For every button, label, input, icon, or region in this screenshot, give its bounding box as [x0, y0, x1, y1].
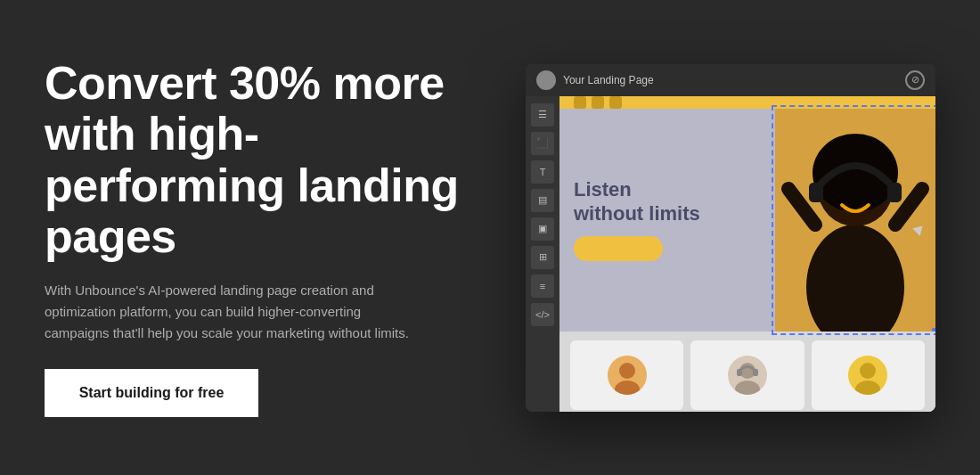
person-svg [775, 109, 935, 332]
testimonial-card-3 [812, 340, 925, 410]
svg-rect-15 [753, 369, 758, 376]
canvas-hero-section: Listen without limits [559, 109, 935, 332]
person-silhouette [775, 109, 935, 332]
testimonial-avatar-3 [848, 356, 887, 395]
svg-point-17 [860, 363, 876, 379]
testimonial-avatar-2 [728, 356, 767, 395]
canvas-topbar [559, 96, 935, 109]
builder-mockup: Your Landing Page ⊘ ☰ ⬛ T ▤ ▣ ⊞ ≡ </> [526, 64, 935, 412]
canvas-hero-text: Listen without limits [559, 109, 775, 332]
canvas-hero-image[interactable] [775, 109, 935, 332]
testimonial-avatar-1 [608, 356, 647, 395]
builder-body: ☰ ⬛ T ▤ ▣ ⊞ ≡ </> [526, 96, 935, 412]
canvas-cta-button[interactable] [574, 236, 663, 261]
canvas-headline-line2: without limits [574, 202, 700, 225]
hero-section: Convert 30% more with high-performing la… [0, 0, 980, 475]
testimonial-card-1 [570, 340, 683, 410]
testimonial-card-2 [690, 340, 804, 410]
canvas-headline-line1: Listen [574, 178, 632, 201]
titlebar-avatar [536, 70, 556, 90]
tool-image[interactable]: ▤ [531, 189, 554, 212]
svg-point-9 [619, 363, 635, 379]
tool-layout[interactable]: ☰ [531, 103, 554, 127]
svg-rect-6 [809, 183, 823, 202]
canvas-testimonials [559, 332, 935, 412]
builder-sidebar: ☰ ⬛ T ▤ ▣ ⊞ ≡ </> [526, 96, 559, 412]
tool-code[interactable]: </> [531, 303, 554, 326]
builder-titlebar: Your Landing Page ⊘ [526, 64, 935, 96]
cta-button[interactable]: Start building for free [45, 369, 258, 417]
left-content: Convert 30% more with high-performing la… [45, 58, 472, 417]
titlebar-title: Your Landing Page [563, 74, 898, 86]
svg-rect-7 [887, 183, 902, 202]
tool-media[interactable]: ▣ [531, 217, 554, 241]
tool-grid[interactable]: ⊞ [531, 246, 554, 269]
topbar-dot-3 [609, 96, 622, 109]
topbar-dot-2 [592, 96, 604, 109]
canvas-headline: Listen without limits [574, 178, 761, 225]
svg-rect-14 [737, 369, 742, 376]
titlebar-settings-icon[interactable]: ⊘ [905, 70, 925, 90]
tool-list[interactable]: ≡ [531, 274, 554, 298]
topbar-dot-1 [574, 96, 586, 109]
resize-handle[interactable] [932, 328, 935, 332]
headline: Convert 30% more with high-performing la… [45, 58, 472, 262]
tool-text[interactable]: T [531, 160, 554, 184]
svg-point-3 [813, 134, 898, 212]
tool-sections[interactable]: ⬛ [531, 132, 554, 155]
subtext: With Unbounce's AI-powered landing page … [45, 280, 419, 344]
builder-canvas: Listen without limits [559, 96, 935, 412]
